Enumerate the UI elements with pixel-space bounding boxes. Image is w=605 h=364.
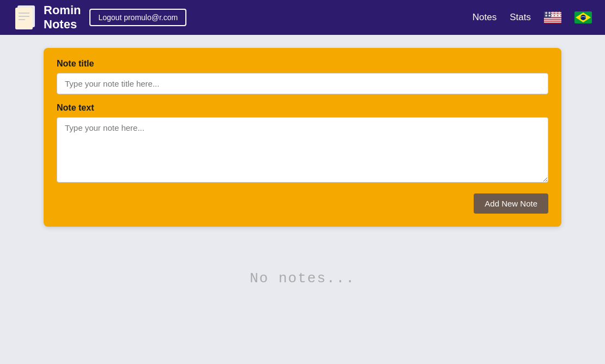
form-footer: Add New Note (57, 193, 548, 214)
note-title-label: Note title (57, 59, 548, 69)
nav-notes-link[interactable]: Notes (473, 12, 497, 23)
nav-stats-link[interactable]: Stats (510, 12, 531, 23)
logo: Romin Notes (13, 3, 81, 32)
logout-button[interactable]: Logout promulo@r.com (89, 9, 186, 26)
note-form: Note title Note text Add New Note (44, 48, 561, 227)
svg-text:★★★★★: ★★★★★ (544, 11, 561, 15)
svg-point-18 (580, 15, 586, 20)
note-title-input[interactable] (57, 73, 548, 94)
navbar-left: Romin Notes Logout promulo@r.com (13, 3, 186, 32)
note-text-label: Note text (57, 103, 548, 113)
main-content: Note title Note text Add New Note No not… (0, 35, 605, 300)
empty-state-message: No notes... (44, 270, 561, 287)
svg-rect-12 (544, 22, 561, 23)
add-note-button[interactable]: Add New Note (474, 193, 548, 214)
navbar: Romin Notes Logout promulo@r.com Notes S… (0, 0, 605, 35)
brand-name: Romin Notes (44, 3, 81, 32)
svg-rect-10 (544, 18, 561, 19)
svg-rect-11 (544, 20, 561, 21)
us-flag-icon[interactable]: ★★★★★★ ★★★★★ (544, 11, 561, 23)
navbar-right: Notes Stats ★★★★★★ ★★★★★ (473, 11, 592, 23)
note-text-input[interactable] (57, 117, 548, 183)
svg-rect-2 (15, 8, 33, 29)
logo-icon (13, 3, 39, 32)
br-flag-icon[interactable] (574, 11, 592, 23)
